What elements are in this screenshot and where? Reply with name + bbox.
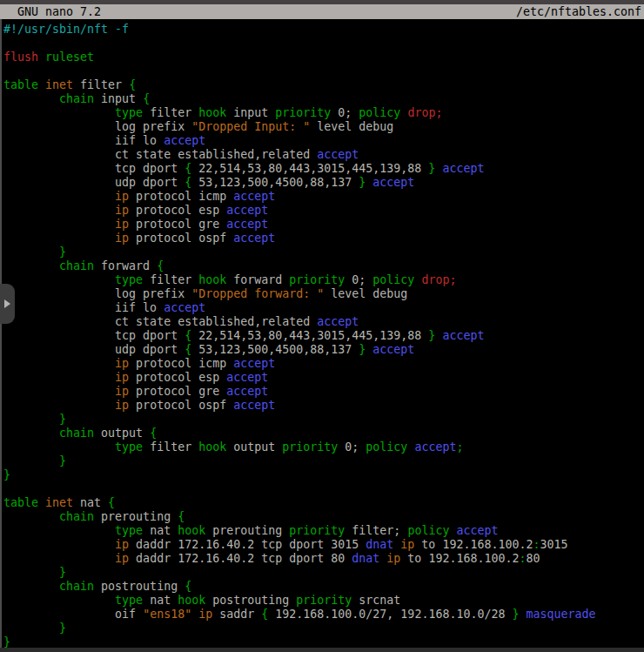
code-line: udp dport { 53,123,500,4500,88,137 } acc… [3,343,644,357]
code-line: } [3,468,644,482]
editor-lines: #!/usr/sbin/nft -fflush rulesettable ine… [3,23,644,648]
code-line: chain postrouting { [3,580,644,594]
code-line: ip protocol gre accept [3,218,644,232]
console-sidebar-handle[interactable] [0,284,15,324]
code-line: chain output { [3,427,644,440]
code-line: ip protocol gre accept [3,385,644,399]
code-line: } [3,413,644,427]
code-line: type filter hook input priority 0; polic… [3,106,644,120]
code-line: table inet filter { [3,78,644,92]
code-line: #!/usr/sbin/nft -f [3,23,644,37]
code-line: ip protocol ospf accept [3,232,644,245]
code-line: ip protocol icmp accept [3,357,644,371]
code-line: chain prerouting { [3,510,644,524]
code-line: } [3,635,644,648]
terminal-editor[interactable]: #!/usr/sbin/nft -fflush rulesettable ine… [0,19,644,648]
window-chrome-bottom [0,648,644,652]
code-line [3,37,644,50]
code-line: type filter hook forward priority 0; pol… [3,273,644,287]
code-line: } [3,622,644,635]
code-line [3,482,644,496]
code-line: flush ruleset [3,50,644,64]
code-line: iif lo accept [3,134,644,148]
code-line: chain forward { [3,259,644,273]
code-line: ip protocol esp accept [3,371,644,385]
expand-right-arrow-icon [4,299,10,308]
code-line [3,64,644,78]
code-line: udp dport { 53,123,500,4500,88,137 } acc… [3,176,644,190]
code-line: type filter hook output priority 0; poli… [3,440,644,454]
code-line: ct state established,related accept [3,148,644,162]
code-line: ip daddr 172.16.40.2 tcp dport 3015 dnat… [3,538,644,552]
code-line: log prefix "Dropped Input: " level debug [3,120,644,134]
code-line: ip protocol esp accept [3,204,644,218]
code-line: chain input { [3,92,644,106]
code-line: iif lo accept [3,301,644,315]
code-line: ip protocol ospf accept [3,399,644,413]
code-line: oif "ens18" ip saddr { 192.168.100.0/27,… [3,608,644,622]
code-line: } [3,454,644,468]
code-line: table inet nat { [3,496,644,510]
code-line: ip daddr 172.16.40.2 tcp dport 80 dnat i… [3,552,644,566]
code-line: } [3,245,644,259]
nano-app-title: GNU nano 7.2 [17,4,101,19]
code-line: ip protocol icmp accept [3,190,644,204]
code-line: type nat hook prerouting priority filter… [3,524,644,538]
window-left-edge [0,19,2,648]
file-path: /etc/nftables.conf [516,4,641,19]
code-line: tcp dport { 22,514,53,80,443,3015,445,13… [3,329,644,343]
code-line: type nat hook postrouting priority srcna… [3,594,644,608]
code-line: ct state established,related accept [3,315,644,329]
code-line: } [3,566,644,580]
code-line: log prefix "Dropped forward: " level deb… [3,287,644,301]
code-line: tcp dport { 22,514,53,80,443,3015,445,13… [3,162,644,176]
nano-titlebar: GNU nano 7.2 /etc/nftables.conf [0,4,644,19]
